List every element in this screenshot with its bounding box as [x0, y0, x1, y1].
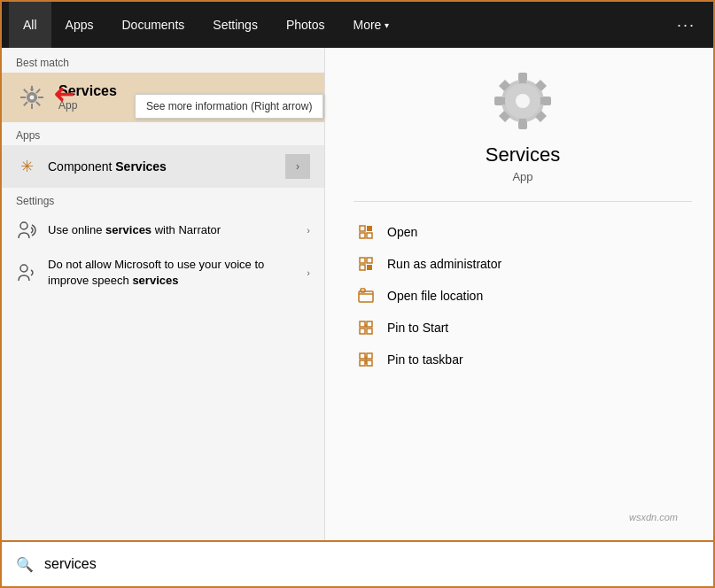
narrator-settings-icon [16, 220, 37, 241]
person-voice-icon [17, 263, 36, 282]
watermark-text: wsxdn.com [629, 512, 678, 522]
speech-settings-icon [16, 262, 37, 283]
component-services-text: Component Services [48, 159, 285, 174]
run-as-admin-label: Run as administrator [387, 257, 501, 271]
pin-to-taskbar-label: Pin to taskbar [387, 352, 463, 367]
component-services-icon: ✳ [16, 156, 37, 177]
svg-rect-30 [360, 353, 365, 359]
services-large-icon [491, 69, 555, 133]
svg-rect-17 [367, 226, 372, 231]
right-spacer [354, 375, 692, 505]
action-run-as-admin[interactable]: Run as administrator [354, 248, 692, 280]
nav-tab-all[interactable]: All [9, 2, 51, 48]
nav-tab-more[interactable]: More ▾ [338, 2, 403, 48]
settings-section-label: Settings [2, 188, 324, 211]
svg-point-4 [20, 265, 27, 272]
left-panel: Best match [2, 48, 325, 540]
gear-icon-small [18, 83, 46, 112]
svg-rect-27 [360, 329, 365, 334]
right-app-name: Services [354, 143, 692, 166]
svg-rect-20 [360, 265, 365, 270]
search-input[interactable]: services [44, 556, 97, 572]
narrator-settings-text: Use online services with Narrator [48, 222, 307, 238]
right-app-type: App [354, 170, 692, 183]
left-spacer [2, 296, 324, 540]
search-bar: 🔍 services [2, 540, 713, 586]
settings-item-narrator[interactable]: Use online services with Narrator › [2, 211, 324, 250]
nav-tab-all-label: All [23, 18, 37, 32]
red-arrow-icon: ➜ [53, 78, 75, 109]
svg-rect-18 [367, 233, 372, 238]
nav-tab-photos[interactable]: Photos [272, 2, 339, 48]
nav-bar: All Apps Documents Settings Photos More … [2, 2, 713, 48]
svg-rect-32 [360, 360, 365, 366]
open-file-location-label: Open file location [387, 289, 483, 303]
svg-rect-28 [367, 329, 372, 334]
action-pin-to-start[interactable]: Pin to Start [354, 312, 692, 344]
nav-tab-apps[interactable]: Apps [51, 2, 108, 48]
svg-rect-33 [367, 360, 372, 366]
svg-rect-25 [360, 321, 365, 327]
open-icon [357, 223, 375, 241]
svg-point-3 [20, 222, 27, 229]
svg-rect-26 [367, 321, 372, 327]
svg-rect-22 [367, 265, 372, 270]
svg-rect-15 [360, 226, 365, 231]
best-match-label: Best match [2, 48, 324, 73]
action-pin-to-taskbar[interactable]: Pin to taskbar [354, 344, 692, 375]
divider [354, 201, 692, 202]
open-label: Open [387, 225, 417, 239]
nav-tab-apps-label: Apps [66, 18, 94, 32]
svg-point-14 [516, 94, 530, 108]
settings-item-speech[interactable]: Do not allow Microsoft to use your voice… [2, 250, 324, 296]
pin-to-start-label: Pin to Start [387, 321, 448, 335]
svg-rect-16 [360, 233, 365, 238]
pin-to-taskbar-icon [357, 351, 375, 368]
best-match-item[interactable]: Services App ➜ See more information (Rig… [2, 73, 324, 122]
svg-rect-23 [359, 291, 373, 302]
ellipsis-icon: ··· [677, 16, 696, 34]
svg-rect-19 [360, 258, 365, 263]
svg-rect-24 [361, 289, 365, 292]
component-services-item[interactable]: ✳ Component Services › [2, 145, 324, 188]
tooltip: See more information (Right arrow) [135, 94, 323, 119]
nav-tab-settings[interactable]: Settings [198, 2, 272, 48]
action-open[interactable]: Open [354, 216, 692, 248]
svg-rect-21 [367, 258, 372, 263]
more-options-button[interactable]: ··· [666, 11, 706, 40]
pin-to-start-icon [357, 319, 375, 337]
person-speech-icon [17, 220, 36, 240]
services-app-icon [16, 81, 48, 113]
open-file-location-icon [357, 287, 375, 305]
tooltip-text: See more information (Right arrow) [146, 100, 312, 112]
svg-point-2 [30, 96, 35, 100]
nav-tab-more-label: More [353, 18, 381, 32]
nav-tab-photos-label: Photos [286, 18, 325, 32]
main-content: Best match [2, 48, 713, 540]
speech-settings-text: Do not allow Microsoft to use your voice… [48, 257, 307, 289]
services-gear-icon-large [493, 71, 553, 131]
search-icon: 🔍 [16, 556, 34, 573]
right-panel: Services App Open Run as administrator [325, 48, 713, 540]
nav-tab-settings-label: Settings [213, 18, 258, 32]
action-open-file-location[interactable]: Open file location [354, 280, 692, 312]
nav-tab-documents[interactable]: Documents [107, 2, 198, 48]
apps-section-label: Apps [2, 122, 324, 145]
search-window: All Apps Documents Settings Photos More … [0, 0, 715, 588]
narrator-chevron-icon: › [307, 225, 310, 236]
watermark-area: wsxdn.com [354, 505, 692, 526]
chevron-right-icon: › [285, 154, 310, 179]
nav-tab-documents-label: Documents [121, 18, 184, 32]
speech-chevron-icon: › [307, 267, 310, 278]
run-as-admin-icon [357, 255, 375, 273]
chevron-down-icon: ▾ [385, 20, 389, 30]
svg-rect-31 [367, 353, 372, 359]
